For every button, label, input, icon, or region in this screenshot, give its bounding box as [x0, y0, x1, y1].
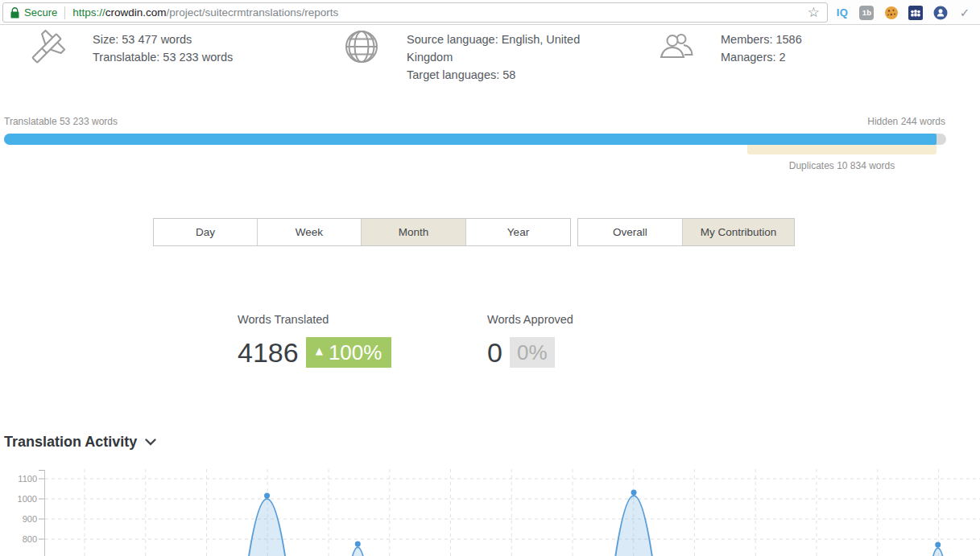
period-tab-group: Day Week Month Year [153, 218, 571, 246]
tb-extension-icon[interactable]: 1b [859, 6, 874, 20]
words-approved-stat: Words Approved 0 0% [487, 313, 573, 368]
words-translated-delta-badge: ▲100% [306, 337, 392, 368]
svg-text:1000: 1000 [18, 494, 37, 504]
omnibox-divider [64, 6, 65, 19]
secure-lock-icon[interactable] [10, 7, 19, 19]
tab-year[interactable]: Year [466, 219, 570, 245]
url-text[interactable]: https://crowdin.com/project/suitecrmtran… [72, 6, 808, 19]
translation-activity-heading[interactable]: Translation Activity [4, 434, 156, 451]
translatable-line: Translatable: 53 233 words [93, 48, 233, 66]
tab-week[interactable]: Week [258, 219, 362, 245]
words-approved-value: 0 [487, 337, 502, 368]
words-approved-delta-badge: 0% [510, 337, 555, 368]
url-bar[interactable]: Secure https://crowdin.com/project/suite… [2, 2, 828, 23]
chevron-down-icon [145, 439, 156, 446]
cookie-extension-icon[interactable] [884, 6, 899, 20]
crowd-extension-icon[interactable] [908, 6, 923, 20]
url-path: /project/suitecrmtranslations/reports [167, 6, 339, 19]
words-translated-delta: 100% [329, 340, 382, 365]
url-host: crowdin.com [105, 6, 167, 19]
tab-my-contribution[interactable]: My Contribution [683, 219, 794, 245]
words-progress-track [4, 134, 946, 145]
target-languages-line: Target languages: 58 [407, 66, 593, 84]
translation-activity-chart: 11001000900800 [0, 469, 980, 556]
svg-text:900: 900 [23, 514, 37, 524]
translatable-progress-fill [4, 134, 937, 145]
profile-extension-icon[interactable] [933, 6, 948, 20]
browser-toolbar: Secure https://crowdin.com/project/suite… [0, 0, 980, 25]
duplicates-words-label: Duplicates 10 834 words [747, 160, 937, 171]
tab-day[interactable]: Day [154, 219, 258, 245]
check-extension-icon[interactable]: ✓ [957, 6, 972, 20]
trend-up-icon: ▲ [316, 345, 323, 356]
words-approved-delta: 0% [517, 340, 548, 365]
scope-tab-group: Overall My Contribution [577, 218, 795, 246]
duplicates-bar [747, 144, 937, 154]
url-scheme: https:// [72, 6, 105, 19]
words-approved-label: Words Approved [487, 313, 573, 326]
source-language-line2: Kingdom [407, 48, 593, 66]
bookmark-star-icon[interactable]: ☆ [808, 6, 820, 19]
members-line: Members: 1586 [721, 31, 802, 48]
words-translated-label: Words Translated [238, 313, 391, 326]
project-languages-info: Source language: English, United Kingdom… [407, 31, 593, 84]
translatable-words-label: Translatable 53 233 words [4, 116, 118, 127]
secure-label: Secure [24, 6, 57, 19]
iq-extension-icon[interactable]: IQ [835, 6, 850, 20]
translation-activity-title: Translation Activity [4, 434, 137, 451]
extension-bar: IQ 1b [830, 0, 977, 25]
project-members-info: Members: 1586 Managers: 2 [721, 31, 802, 66]
caliper-size-icon [27, 28, 67, 72]
tab-overall[interactable]: Overall [578, 219, 683, 245]
words-translated-value: 4186 [238, 337, 299, 368]
tab-month[interactable]: Month [362, 219, 466, 245]
words-translated-stat: Words Translated 4186 ▲100% [238, 313, 391, 368]
project-size-info: Size: 53 477 words Translatable: 53 233 … [93, 31, 233, 66]
members-icon [657, 28, 696, 70]
source-language-line1: Source language: English, United [407, 31, 593, 48]
managers-line: Managers: 2 [721, 48, 802, 66]
svg-text:1100: 1100 [18, 474, 37, 484]
hidden-words-label: Hidden 244 words [784, 116, 945, 127]
size-line: Size: 53 477 words [93, 31, 233, 48]
globe-languages-icon [342, 27, 381, 69]
svg-text:800: 800 [23, 534, 37, 544]
